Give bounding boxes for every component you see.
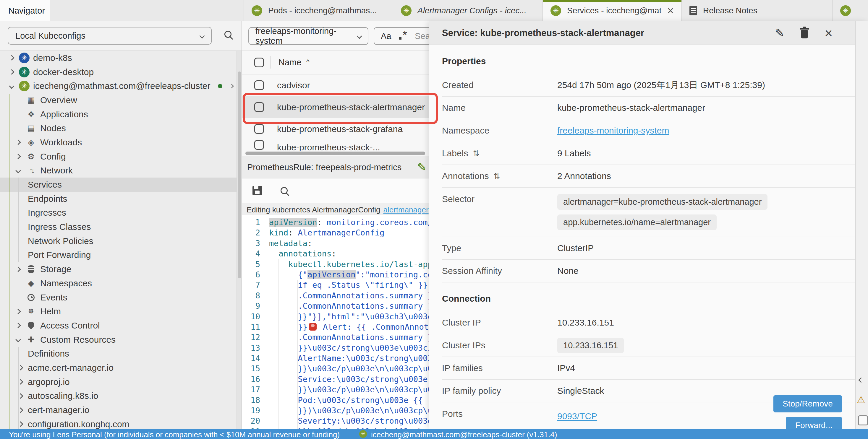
sidebar-scrollbar[interactable] <box>237 51 242 429</box>
sidebar-item-network-policies[interactable]: Network Policies <box>0 234 237 248</box>
column-header-name[interactable]: Name ^ <box>278 58 310 67</box>
sidebar-item-demo-k8s[interactable]: ✳demo-k8s <box>0 51 237 65</box>
horizontal-scrollbar[interactable] <box>242 151 429 156</box>
chevron-right-icon[interactable] <box>8 70 16 74</box>
search-icon[interactable] <box>281 187 288 194</box>
editor-line-15[interactable]: 15 }}\u003c/p\u003e\n\u003cp\u003c <box>242 363 429 374</box>
sidebar-search-button[interactable] <box>224 31 231 39</box>
chevron-right-icon[interactable] <box>17 422 24 426</box>
row-checkbox[interactable] <box>254 140 264 150</box>
chevron-right-icon[interactable] <box>17 394 24 398</box>
sidebar-item-argoproj-io[interactable]: argoproj.io <box>0 375 237 389</box>
sidebar-item-config[interactable]: ⚙Config <box>0 149 237 164</box>
editor-line-16[interactable]: 16 Service:\u003c/strong\u003e {{ <box>242 374 429 384</box>
sidebar-item-overview[interactable]: ▦Overview <box>0 93 237 107</box>
sidebar-item-cert-manager-io[interactable]: cert-manager.io <box>0 403 237 417</box>
chevron-right-icon[interactable] <box>17 408 24 412</box>
kubeconfig-selector[interactable]: Local Kubeconfigs <box>8 27 212 45</box>
match-case-toggle[interactable]: Aa <box>381 31 391 41</box>
chevron-right-icon[interactable] <box>14 324 22 327</box>
scrollbar-thumb[interactable] <box>245 151 425 155</box>
chevron-right-icon[interactable] <box>17 366 24 370</box>
active-cluster-label[interactable]: icecheng@mathmast.com@freeleaps-cluster … <box>371 429 557 439</box>
navigator-panel-tab[interactable]: Navigator <box>0 0 50 21</box>
row-checkbox[interactable] <box>254 124 264 134</box>
regex-toggle[interactable]: * <box>399 30 407 43</box>
sidebar-item-applications[interactable]: ❖Applications <box>0 107 237 122</box>
sort-toggle-icon[interactable]: ⇅ <box>473 149 479 158</box>
editor-line-5[interactable]: 5 kubectl.kubernetes.io/last-applied-con… <box>242 259 429 269</box>
save-icon[interactable] <box>252 186 262 195</box>
row-checkbox[interactable] <box>254 80 264 90</box>
editor-line-14[interactable]: 14 AlertName:\u003c/strong\u003e { <box>242 353 429 363</box>
editor-line-12[interactable]: 12 .CommonAnnotations.summary }} <box>242 332 429 342</box>
chevron-right-icon[interactable] <box>14 267 22 271</box>
editor-line-6[interactable]: 6 {"apiVersion":"monitoring.coreos <box>242 269 429 280</box>
collapse-chevron-icon[interactable] <box>858 377 864 382</box>
editor-line-20[interactable]: 20 Severity:\u003c/strong\u003e { <box>242 416 429 426</box>
alertmanagerconfig-link[interactable]: alertmanager <box>383 205 428 214</box>
editor-line-4[interactable]: 4 annotations: <box>242 248 429 259</box>
close-tab-icon[interactable]: × <box>667 6 674 15</box>
sidebar-item-configuration-konghq-com[interactable]: configuration.konghq.com <box>0 417 237 429</box>
editor-line-2[interactable]: 2kind: AlertmanagerConfig <box>242 228 429 238</box>
editor-line-3[interactable]: 3metadata: <box>242 238 429 248</box>
tab-release-notes[interactable]: Release Notes <box>681 0 832 21</box>
editor-line-18[interactable]: 18 Pod:\u003c/strong\u003e {{ .Com <box>242 395 429 405</box>
editor-line-17[interactable]: 17 }}\u003c/p\u003e\n\u003cp\u003c <box>242 384 429 395</box>
tab-alertmanager-configs-icec[interactable]: ✳Alertmanager Configs - icec... <box>393 0 542 21</box>
scrollbar-thumb[interactable] <box>238 71 241 278</box>
sidebar-item-workloads[interactable]: ◈Workloads <box>0 135 237 149</box>
sidebar-item-ingresses[interactable]: Ingresses <box>0 206 237 220</box>
chevron-right-icon[interactable] <box>8 56 16 60</box>
editor-line-1[interactable]: 1apiVersion: monitoring.coreos.com/v1 <box>242 217 429 228</box>
select-all-checkbox[interactable] <box>254 58 264 67</box>
editor-line-13[interactable]: 13 }}\u003c/strong\u003e\u003c/h3 <box>242 343 429 353</box>
edit-service-button[interactable]: ✎ <box>775 27 784 40</box>
port-link-9093[interactable]: 9093/TCP <box>557 411 652 421</box>
tab-pods-icecheng-mathmas[interactable]: ✳Pods - icecheng@mathmas... <box>244 0 393 21</box>
clipped-button[interactable] <box>858 415 868 426</box>
delete-service-button[interactable] <box>801 30 808 38</box>
close-drawer-button[interactable]: × <box>825 28 833 38</box>
sidebar-item-endpoints[interactable]: Endpoints <box>0 192 237 206</box>
sidebar-item-services[interactable]: Services <box>0 177 237 192</box>
editor-line-21[interactable]: 21 }}\u003c/p\u003e\n\u003cp\u003c <box>242 426 429 429</box>
sidebar-item-ingress-classes[interactable]: Ingress Classes <box>0 220 237 234</box>
sort-toggle-icon[interactable]: ⇅ <box>493 172 500 181</box>
table-row-kube-prometheus-stack[interactable]: kube-prometheus-stack-... <box>242 140 429 151</box>
namespace-selector[interactable]: freeleaps-monitoring-system <box>248 27 368 45</box>
stop-remove-button[interactable]: Stop/Remove <box>773 395 842 412</box>
chevron-right-icon[interactable] <box>14 155 22 158</box>
namespace-link[interactable]: freeleaps-monitoring-system <box>557 126 669 136</box>
chevron-down-icon[interactable] <box>14 169 22 172</box>
sidebar-item-acme-cert-manager-io[interactable]: acme.cert-manager.io <box>0 361 237 375</box>
search-input[interactable]: Aa * Search... <box>374 27 429 45</box>
sidebar-item-nodes[interactable]: ▤Nodes <box>0 121 237 135</box>
sidebar-item-network[interactable]: ↑↓Network <box>0 164 237 178</box>
sidebar-item-custom-resources[interactable]: ✚Custom Resources <box>0 333 237 347</box>
editor-line-19[interactable]: 19 }})\u003c/p\u003e\n\u003cp\u003 <box>242 405 429 416</box>
editor-line-11[interactable]: 11 }} Alert: {{ .CommonAnnotatio <box>242 322 429 332</box>
editor-line-9[interactable]: 9 .CommonAnnotations.summary }} <box>242 301 429 311</box>
sidebar-item-autoscaling-k8s-io[interactable]: autoscaling.k8s.io <box>0 389 237 403</box>
tab-partial[interactable]: ✳ <box>832 0 868 21</box>
sidebar-item-storage[interactable]: Storage <box>0 262 237 276</box>
sidebar-item-events[interactable]: Events <box>0 291 237 305</box>
warning-icon[interactable]: ⚠ <box>857 394 865 405</box>
tab-services-icecheng-math[interactable]: ✳Services - icecheng@math...× <box>542 0 681 21</box>
sidebar-item-port-forwarding[interactable]: Port Forwarding <box>0 248 237 262</box>
chevron-down-icon[interactable] <box>14 338 22 341</box>
chevron-right-icon[interactable] <box>17 380 24 384</box>
sidebar-item-access-control[interactable]: Access Control <box>0 318 237 333</box>
chevron-right-icon[interactable] <box>229 83 234 88</box>
sidebar-item-namespaces[interactable]: ◆Namespaces <box>0 276 237 291</box>
sidebar-item-helm[interactable]: ✵Helm <box>0 304 237 318</box>
chevron-right-icon[interactable] <box>14 310 22 313</box>
editor-line-10[interactable]: 10 }}"}],"html":"\u003ch3\u003e\u00 <box>242 311 429 322</box>
editor-line-8[interactable]: 8 .CommonAnnotations.summary }} <box>242 291 429 301</box>
chevron-right-icon[interactable] <box>14 140 22 144</box>
sidebar-item-docker-desktop[interactable]: ✳docker-desktop <box>0 65 237 79</box>
sidebar-item-definitions[interactable]: Definitions <box>0 346 237 361</box>
chevron-down-icon[interactable] <box>8 84 16 88</box>
